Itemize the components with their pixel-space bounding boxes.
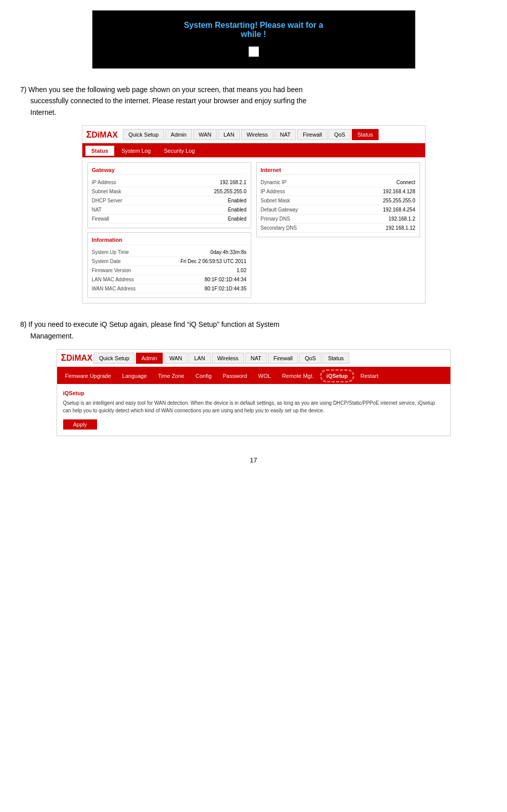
subnav2-firmware[interactable]: Firmware Upgrade xyxy=(60,369,116,382)
page-number: 17 xyxy=(20,456,487,464)
subnav2-remote-mgt[interactable]: Remote Mgt. xyxy=(277,369,319,382)
subnav2-password[interactable]: Password xyxy=(218,369,252,382)
info-row-0: System Up Time 0day:4h:33m:8s xyxy=(92,248,247,257)
iqsetup-panel: iQSetup Qsetup is an intelligent and eas… xyxy=(57,384,450,436)
sub-nav-2: Firmware Upgrade Language Time Zone Conf… xyxy=(57,368,450,384)
nav-wireless[interactable]: Wireless xyxy=(241,129,273,140)
sub-nav-1: Status System Log Security Log xyxy=(82,144,425,157)
restart-box: System Restarting! Please wait for a whi… xyxy=(92,10,416,69)
info-row-3: LAN MAC Address 80:1F:02:1D:44:34 xyxy=(92,275,247,284)
edimax-logo: ΣDiMAX xyxy=(86,130,118,140)
gateway-row-4: Firewall Enabled xyxy=(92,215,247,224)
nav-qos[interactable]: QoS xyxy=(329,129,351,140)
gateway-title: Gateway xyxy=(92,167,247,175)
top-nav-2: ΣDiMAX Quick Setup Admin WAN LAN Wireles… xyxy=(57,350,450,368)
nav-admin[interactable]: Admin xyxy=(165,129,192,140)
edimax-logo-2: ΣDiMAX xyxy=(61,353,93,363)
internet-row-4: Primary DNS 192.168.1.2 xyxy=(261,215,416,224)
nav-firewall[interactable]: Firewall xyxy=(297,129,328,140)
subnav-security-log[interactable]: Security Log xyxy=(158,146,201,156)
nav2-nat[interactable]: NAT xyxy=(245,353,267,364)
nav-nat[interactable]: NAT xyxy=(274,129,296,140)
subnav-system-log[interactable]: System Log xyxy=(115,146,157,156)
iqsetup-wrapper: iQSetup xyxy=(320,369,354,382)
apply-button[interactable]: Apply xyxy=(63,419,98,430)
restart-text: System Restarting! Please wait for a whi… xyxy=(103,21,405,39)
internet-title: Internet xyxy=(261,167,416,175)
subnav2-iqsetup[interactable]: iQSetup xyxy=(320,369,354,382)
gateway-row-3: NAT Enabled xyxy=(92,205,247,215)
gateway-row-2: DHCP Server Enabled xyxy=(92,196,247,205)
step7-text: 7) When you see the following web page s… xyxy=(20,84,487,118)
internet-row-3: Default Gateway 192.168.4.254 xyxy=(261,205,416,215)
gateway-panel: Gateway IP Address 192.168.2.1 Subnet Ma… xyxy=(87,162,251,228)
nav2-wan[interactable]: WAN xyxy=(164,353,188,364)
nav2-wireless[interactable]: Wireless xyxy=(212,353,244,364)
left-column: Gateway IP Address 192.168.2.1 Subnet Ma… xyxy=(87,162,251,298)
internet-panel: Internet Dynamic IP Connect IP Address 1… xyxy=(256,162,420,237)
info-row-1: System Date Fri Dec 2 06:59:53 UTC 2011 xyxy=(92,257,247,266)
right-column: Internet Dynamic IP Connect IP Address 1… xyxy=(256,162,420,298)
nav-quick-setup[interactable]: Quick Setup xyxy=(123,129,164,140)
router-ui-2: ΣDiMAX Quick Setup Admin WAN LAN Wireles… xyxy=(57,349,451,436)
nav2-lan[interactable]: LAN xyxy=(189,353,210,364)
status-content: Gateway IP Address 192.168.2.1 Subnet Ma… xyxy=(82,157,425,303)
nav2-admin[interactable]: Admin xyxy=(136,353,163,364)
router-ui-1: ΣDiMAX Quick Setup Admin WAN LAN Wireles… xyxy=(82,125,426,304)
nav2-qos[interactable]: QoS xyxy=(299,353,321,364)
subnav2-wol[interactable]: WOL xyxy=(253,369,276,382)
gateway-row-0: IP Address 192.168.2.1 xyxy=(92,178,247,187)
internet-row-5: Secondary DNS 192.168.1.12 xyxy=(261,224,416,233)
step8-text: 8) If you need to execute iQ Setup again… xyxy=(20,319,487,341)
subnav2-restart[interactable]: Restart xyxy=(355,369,383,382)
nav2-quick-setup[interactable]: Quick Setup xyxy=(94,353,135,364)
info-row-2: Firmware Version 1.02 xyxy=(92,266,247,275)
top-nav-1: ΣDiMAX Quick Setup Admin WAN LAN Wireles… xyxy=(82,126,425,144)
nav-status[interactable]: Status xyxy=(352,129,379,140)
information-title: Information xyxy=(92,237,247,245)
nav-lan[interactable]: LAN xyxy=(218,129,240,140)
info-row-4: WAN MAC Address 80:1F:02:1D:44:35 xyxy=(92,284,247,293)
nav2-status[interactable]: Status xyxy=(322,353,349,364)
internet-row-0: Dynamic IP Connect xyxy=(261,178,416,187)
loading-square xyxy=(249,47,259,57)
gateway-row-1: Subnet Mask 255.255.255.0 xyxy=(92,187,247,196)
subnav2-language[interactable]: Language xyxy=(117,369,152,382)
nav-wan[interactable]: WAN xyxy=(193,129,217,140)
iqsetup-description: Qsetup is an intelligent and easy tool f… xyxy=(63,399,444,414)
subnav2-config[interactable]: Config xyxy=(191,369,217,382)
information-panel: Information System Up Time 0day:4h:33m:8… xyxy=(87,232,251,298)
iqsetup-title: iQSetup xyxy=(63,390,444,396)
nav2-firewall[interactable]: Firewall xyxy=(268,353,298,364)
subnav2-timezone[interactable]: Time Zone xyxy=(153,369,190,382)
subnav-status[interactable]: Status xyxy=(85,146,115,156)
internet-row-2: Subnet Mask 255.255.255.0 xyxy=(261,196,416,205)
internet-row-1: IP Address 192.168.4.128 xyxy=(261,187,416,196)
